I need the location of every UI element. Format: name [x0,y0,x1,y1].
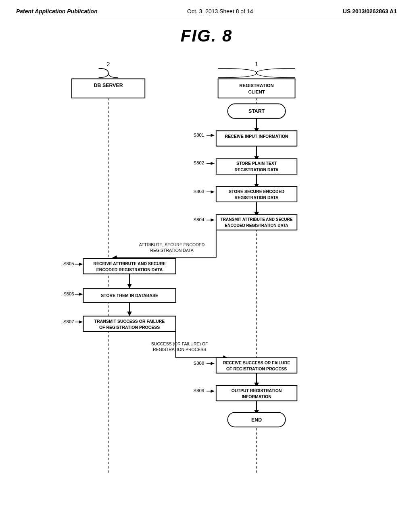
svg-marker-67 [211,362,215,365]
svg-rect-21 [216,159,297,174]
svg-text:RECEIVE ATTRIBUTE AND SECURE: RECEIVE ATTRIBUTE AND SECURE [93,261,165,266]
figure-title: FIG. 8 [16,26,397,46]
svg-marker-14 [211,134,215,137]
svg-text:INFORMATION: INFORMATION [242,394,271,399]
svg-text:S803: S803 [194,189,204,194]
svg-rect-2 [72,79,145,98]
svg-text:S809: S809 [194,388,204,393]
svg-text:REGISTRATION DATA: REGISTRATION DATA [150,248,193,253]
svg-text:TRANSMIT SUCCESS OR FAILURE: TRANSMIT SUCCESS OR FAILURE [94,319,165,324]
svg-marker-18 [254,156,259,160]
svg-marker-25 [254,184,259,188]
svg-marker-12 [254,128,259,133]
svg-text:RECEIVE SUCCESS OR FAILURE: RECEIVE SUCCESS OR FAILURE [223,360,290,365]
svg-text:SUCCESS (OR FAILURE) OF: SUCCESS (OR FAILURE) OF [151,341,208,346]
svg-text:STORE SECURE ENCODED: STORE SECURE ENCODED [229,189,284,194]
svg-text:ATTRIBUTE, SECURE ENCODED: ATTRIBUTE, SECURE ENCODED [139,242,205,247]
header-date-sheet: Oct. 3, 2013 Sheet 8 of 14 [187,8,253,15]
svg-rect-52 [83,289,176,302]
svg-marker-57 [79,320,83,324]
svg-text:2: 2 [107,61,110,67]
svg-text:STORE PLAIN TEXT: STORE PLAIN TEXT [236,161,277,166]
svg-rect-58 [83,316,176,331]
svg-text:RECEIVE INPUT INFORMATION: RECEIVE INPUT INFORMATION [225,134,288,139]
svg-text:REGISTRATION DATA: REGISTRATION DATA [235,195,279,200]
svg-text:S804: S804 [194,217,204,222]
svg-marker-74 [211,390,215,393]
svg-text:ENCODED REGISTRATION DATA: ENCODED REGISTRATION DATA [225,223,288,228]
svg-marker-51 [79,293,83,296]
svg-marker-32 [254,212,259,216]
svg-text:ENCODED REGISTRATION DATA: ENCODED REGISTRATION DATA [96,267,163,272]
svg-text:1: 1 [255,61,258,67]
svg-rect-35 [216,214,297,230]
svg-rect-15 [216,131,297,146]
svg-text:DB SERVER: DB SERVER [94,83,123,88]
svg-marker-20 [211,162,215,165]
svg-text:S806: S806 [63,291,74,296]
svg-text:STORE THEM IN DATABASE: STORE THEM IN DATABASE [101,293,158,298]
svg-marker-49 [127,284,131,288]
svg-text:REGISTRATION DATA: REGISTRATION DATA [235,167,279,172]
svg-text:END: END [251,417,262,423]
svg-text:OUTPUT REGISTRATION: OUTPUT REGISTRATION [232,388,282,393]
svg-text:S805: S805 [63,261,74,266]
svg-text:START: START [248,108,265,114]
svg-text:CLIENT: CLIENT [248,89,265,94]
svg-text:S801: S801 [194,133,204,137]
svg-text:OF REGISTRATION PROCESS: OF REGISTRATION PROCESS [226,366,287,371]
page-header: Patent Application Publication Oct. 3, 2… [16,8,397,18]
svg-text:TRANSMIT ATTRIBUTE AND SECURE: TRANSMIT ATTRIBUTE AND SECURE [221,217,293,222]
svg-text:S807: S807 [63,319,74,324]
svg-text:OF REGISTRATION PROCESS: OF REGISTRATION PROCESS [99,325,160,330]
flow-diagram: 2 1 DB SERVER REGISTRATION CLIENT START [41,58,372,481]
header-patent-num: US 2013/0262863 A1 [343,8,397,15]
svg-marker-79 [254,410,259,414]
svg-marker-34 [211,218,215,222]
svg-rect-68 [216,358,297,373]
svg-rect-9 [228,104,286,118]
svg-marker-42 [112,256,117,260]
svg-marker-65 [223,355,227,360]
svg-marker-44 [79,263,83,266]
svg-text:S808: S808 [194,361,204,366]
svg-text:REGISTRATION: REGISTRATION [239,83,274,88]
svg-marker-55 [127,312,131,316]
svg-text:REGISTRATION PROCESS: REGISTRATION PROCESS [153,347,206,352]
svg-marker-27 [211,190,215,193]
svg-rect-45 [83,258,176,274]
svg-text:S802: S802 [194,160,204,165]
header-publication: Patent Application Publication [16,8,98,15]
svg-marker-72 [254,383,259,387]
svg-rect-75 [216,385,297,401]
svg-rect-4 [218,79,295,98]
svg-rect-80 [228,412,286,427]
svg-rect-28 [216,187,297,202]
page: Patent Application Publication Oct. 3, 2… [0,0,413,532]
